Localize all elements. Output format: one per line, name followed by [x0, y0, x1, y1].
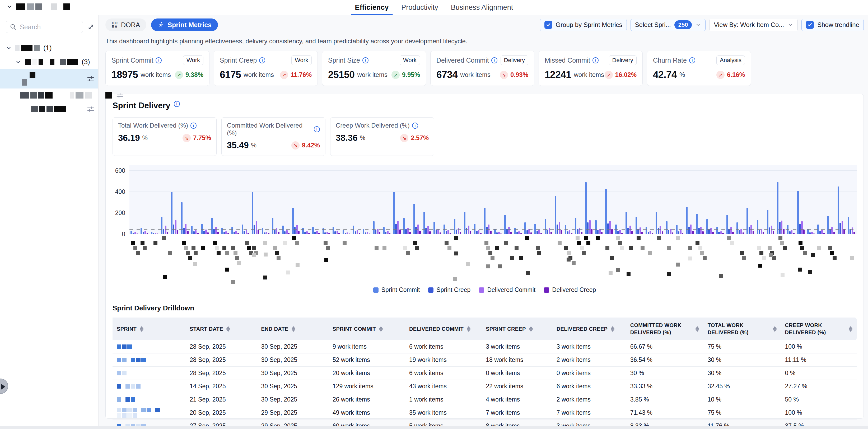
stat-unit: %	[251, 142, 256, 149]
trend-arrow-icon: ↗	[604, 71, 613, 79]
tab-productivity[interactable]: Productivity	[401, 0, 438, 15]
info-icon[interactable]	[412, 123, 418, 129]
checkbox-checked-icon[interactable]	[545, 21, 552, 29]
sprint-commit-cell: 129 work items	[328, 380, 405, 393]
legend-item[interactable]: Sprint Creep	[428, 286, 470, 294]
filter-sliders-icon[interactable]	[87, 75, 95, 83]
tree-item[interactable]	[0, 102, 98, 116]
sort-icon[interactable]	[773, 326, 777, 332]
end-date-cell: 29 Sep, 2025	[257, 406, 328, 420]
legend-item[interactable]: Delivered Creep	[544, 286, 596, 294]
chevron-down-icon[interactable]	[6, 45, 11, 51]
search-input-wrap	[6, 21, 83, 33]
sprint-metrics-toggle-button[interactable]: Sprint Metrics	[151, 19, 218, 31]
legend-item[interactable]: Sprint Commit	[373, 286, 420, 294]
expand-panel-icon[interactable]	[87, 23, 95, 31]
column-header[interactable]: Start Date	[185, 317, 257, 340]
column-header[interactable]: Creep Work Delivered (%)	[781, 317, 857, 340]
sort-icon[interactable]	[611, 326, 614, 332]
chevron-down-icon[interactable]	[15, 59, 21, 65]
delivered-creep-cell: 2 work items	[552, 393, 626, 406]
show-trendline-checkbox[interactable]: Show trendline	[801, 19, 864, 31]
table-row[interactable]: 21 Sep, 2025 30 Sep, 2025 26 work items …	[113, 393, 857, 406]
info-icon[interactable]	[592, 57, 598, 63]
column-header[interactable]: Total Work Delivered (%)	[704, 317, 781, 340]
delivered-creep-cell: 6 work items	[552, 380, 626, 393]
sort-icon[interactable]	[291, 326, 295, 332]
dora-label: DORA	[121, 21, 140, 29]
sprint-cell	[113, 340, 185, 354]
info-icon[interactable]	[363, 57, 369, 63]
tree-item-selected[interactable]	[0, 69, 98, 89]
table-row[interactable]: 28 Sep, 2025 30 Sep, 2025 20 work items …	[113, 367, 857, 380]
sort-icon[interactable]	[379, 326, 383, 332]
info-icon[interactable]	[156, 57, 162, 63]
sort-icon[interactable]	[529, 326, 533, 332]
info-icon[interactable]	[259, 57, 265, 63]
info-icon[interactable]	[314, 126, 320, 132]
column-header[interactable]: Sprint	[113, 317, 185, 340]
tab-efficiency[interactable]: Efficiency	[355, 0, 389, 15]
kpi-delta-value: 16.02%	[615, 71, 637, 79]
table-row[interactable]: 28 Sep, 2025 30 Sep, 2025 52 work items …	[113, 354, 857, 367]
tree-item-root[interactable]: (1)	[0, 41, 98, 55]
stat-value: 38.36	[336, 133, 358, 143]
dashboard-description: This dashboard highlights planning effec…	[105, 37, 864, 45]
sort-icon[interactable]	[467, 326, 470, 332]
select-sprints-label: Select Spri...	[635, 21, 671, 29]
column-header[interactable]: End Date	[257, 317, 328, 340]
column-header[interactable]: Sprint Commit	[328, 317, 405, 340]
kpi-delta-value: 6.16%	[727, 71, 745, 79]
sort-icon[interactable]	[849, 326, 852, 332]
filter-sliders-icon[interactable]	[116, 91, 124, 99]
tree-item-group[interactable]: (3)	[0, 55, 98, 69]
delivered-creep-cell: 0 work items	[552, 367, 626, 380]
sort-icon[interactable]	[695, 326, 699, 332]
kpi-category-badge: Analysis	[716, 56, 745, 65]
kpi-category-badge: Delivery	[609, 56, 637, 65]
group-by-sprint-metrics-checkbox[interactable]: Group by Sprint Metrics	[540, 19, 627, 31]
sort-icon[interactable]	[226, 326, 230, 332]
trend-arrow-icon: ↗	[175, 71, 183, 79]
search-input[interactable]	[20, 23, 79, 31]
creep-work-delivered-cell: 100 %	[781, 406, 857, 420]
checkbox-checked-icon[interactable]	[806, 21, 814, 29]
select-sprints-dropdown[interactable]: Select Spri... 250	[630, 19, 706, 31]
view-by-label: View By: Work Item Co...	[714, 21, 784, 29]
drilldown-title: Sprint Delivery Drilldown	[113, 304, 857, 312]
selected-count-badge: 250	[674, 20, 692, 29]
trendline	[129, 229, 857, 229]
sort-icon[interactable]	[140, 326, 144, 332]
info-icon[interactable]	[190, 123, 196, 129]
table-row[interactable]: 28 Sep, 2025 30 Sep, 2025 9 work items 6…	[113, 340, 857, 354]
kpi-delta: ↗ 9.95%	[392, 71, 420, 79]
info-icon[interactable]	[689, 57, 695, 63]
column-header[interactable]: Sprint Creep	[482, 317, 552, 340]
table-row[interactable]: 14 Sep, 2025 30 Sep, 2025 129 work items…	[113, 380, 857, 393]
info-icon[interactable]	[491, 57, 497, 63]
kpi-delta: ↗ 9.38%	[175, 71, 204, 79]
legend-item[interactable]: Delivered Commit	[479, 286, 535, 294]
trend-arrow-icon: ↗	[392, 71, 400, 79]
kpi-value: 18975	[112, 69, 138, 80]
view-by-dropdown[interactable]: View By: Work Item Co...	[709, 19, 798, 31]
column-header[interactable]: Delivered Creep	[552, 317, 626, 340]
sprint-delivery-chart: 0200400600 Sprint Commit Sprint Cr	[113, 165, 857, 294]
dora-icon: DORA	[112, 21, 118, 29]
chevron-down-icon	[695, 22, 701, 28]
workspace-switcher[interactable]	[6, 3, 70, 10]
info-icon[interactable]	[174, 101, 180, 107]
kpi-delta: ↗ 16.02%	[604, 71, 637, 79]
stat-unit: %	[143, 134, 148, 142]
column-header[interactable]: Delivered Commit	[405, 317, 482, 340]
tree-item[interactable]	[0, 89, 98, 102]
column-header[interactable]: Committed Work Delivered (%)	[626, 317, 704, 340]
start-date-cell: 20 Sep, 2025	[185, 406, 257, 420]
filter-sliders-icon[interactable]	[87, 105, 95, 113]
table-row[interactable]: 20 Sep, 2025 29 Sep, 2025 49 work items …	[113, 406, 857, 420]
kpi-value: 42.74	[653, 69, 677, 80]
dora-toggle-button[interactable]: DORA DORA	[105, 19, 146, 31]
bottom-scroll-strip[interactable]	[0, 426, 868, 429]
tree-item-name-redacted	[20, 92, 112, 98]
tab-business-alignment[interactable]: Business Alignment	[451, 0, 513, 15]
